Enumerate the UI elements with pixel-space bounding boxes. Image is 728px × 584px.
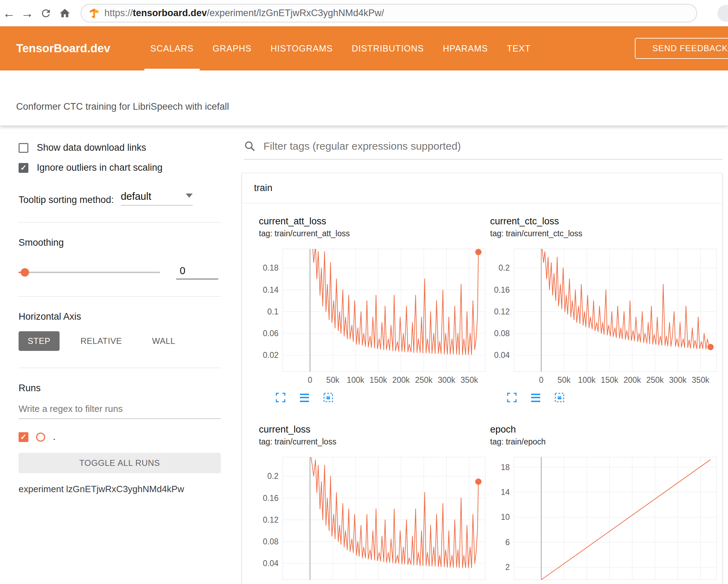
svg-text:0.12: 0.12 (494, 307, 510, 316)
line-chart[interactable]: 0.020.060.10.140.18050k100k150k200k250k3… (259, 246, 490, 386)
divider (19, 222, 221, 223)
slider-thumb[interactable] (21, 268, 29, 277)
smoothing-slider[interactable] (19, 272, 160, 273)
chart-toolbar (275, 392, 490, 403)
brand-title: TensorBoard.dev (16, 26, 110, 70)
tab-histograms[interactable]: HISTOGRAMS (261, 26, 342, 70)
filter-tags-input[interactable] (263, 140, 722, 152)
fit-domain-icon[interactable] (323, 392, 334, 403)
axis-relative-button[interactable]: RELATIVE (71, 331, 131, 351)
tab-hparams[interactable]: HPARAMS (433, 26, 497, 70)
back-icon[interactable]: ← (0, 0, 18, 26)
svg-text:0.06: 0.06 (263, 329, 279, 338)
svg-text:18: 18 (501, 463, 510, 472)
svg-text:150k: 150k (370, 375, 387, 385)
line-chart[interactable]: 26101418050k100k150k200k250k300k350k (490, 454, 721, 584)
svg-text:6: 6 (505, 538, 510, 547)
home-icon[interactable] (59, 7, 71, 19)
axis-wall-button[interactable]: WALL (143, 331, 184, 351)
line-chart[interactable]: 0.040.080.120.160.2050k100k150k200k250k3… (490, 246, 721, 386)
chart-current-att-loss: current_att_loss tag: train/current_att_… (259, 216, 490, 403)
log-scale-icon[interactable] (530, 392, 541, 403)
show-download-row: Show data download links (19, 142, 221, 153)
svg-text:0.12: 0.12 (263, 515, 279, 524)
tooltip-sorting-select[interactable]: default (121, 191, 193, 205)
run-name: . (53, 432, 56, 442)
show-download-checkbox[interactable] (19, 143, 28, 153)
browser-chrome: ← → https://tensorboard.dev/experiment/l… (0, 0, 728, 26)
horizontal-axis-label: Horizontal Axis (19, 311, 221, 322)
tab-scalars[interactable]: SCALARS (141, 26, 203, 70)
chart-epoch: epoch tag: train/epoch 26101418050k100k1… (490, 424, 721, 584)
svg-text:0.04: 0.04 (494, 351, 510, 360)
search-icon (244, 140, 256, 152)
svg-text:200k: 200k (392, 375, 410, 385)
svg-text:200k: 200k (624, 375, 641, 385)
browser-avatar[interactable] (717, 5, 728, 22)
chevron-down-icon (186, 193, 193, 198)
url-text: https://tensorboard.dev/experiment/lzGnE… (104, 8, 384, 19)
chart-tag: tag: train/current_att_loss (259, 229, 490, 238)
tab-text[interactable]: TEXT (497, 26, 540, 70)
tooltip-sorting-value: default (121, 191, 151, 202)
runs-filter-input[interactable] (19, 403, 221, 419)
chart-tag: tag: train/current_ctc_loss (490, 229, 721, 238)
chart-title: current_att_loss (259, 216, 490, 227)
chart-toolbar (506, 392, 721, 403)
line-chart[interactable]: 0.040.080.120.160.2050k100k150k200k250k3… (259, 454, 490, 584)
forward-icon[interactable]: → (18, 0, 36, 26)
experiment-title-bar: Conformer CTC training for LibriSpeech w… (0, 70, 728, 125)
chart-title: current_loss (259, 424, 490, 435)
chart-current-ctc-loss: current_ctc_loss tag: train/current_ctc_… (490, 216, 721, 403)
svg-text:250k: 250k (415, 375, 433, 385)
nav-tabs: SCALARS GRAPHS HISTOGRAMS DISTRIBUTIONS … (141, 26, 540, 70)
run-color-swatch (36, 433, 45, 442)
smoothing-value-input[interactable] (176, 265, 218, 279)
tensorboard-favicon (89, 8, 99, 19)
tooltip-sorting-row: Tooltip sorting method: default (19, 191, 221, 205)
url-path: /experiment/lzGnETjwRxC3yghNMd4kPw/ (207, 8, 384, 18)
show-download-label: Show data download links (37, 142, 146, 153)
ignore-outliers-label: Ignore outliers in chart scaling (37, 162, 163, 173)
svg-text:50k: 50k (326, 375, 339, 385)
expand-chart-icon[interactable] (275, 392, 286, 403)
app-header: TensorBoard.dev SCALARS GRAPHS HISTOGRAM… (0, 26, 728, 70)
svg-text:0.2: 0.2 (499, 263, 510, 272)
run-checkbox[interactable]: ✓ (19, 432, 28, 442)
svg-text:2: 2 (505, 563, 510, 572)
svg-text:0.18: 0.18 (263, 263, 279, 272)
train-group-header[interactable]: train (242, 173, 722, 203)
reload-icon[interactable] (40, 7, 52, 19)
smoothing-label: Smoothing (19, 237, 221, 248)
smoothing-row (19, 265, 221, 279)
svg-text:150k: 150k (601, 375, 618, 385)
svg-text:300k: 300k (669, 375, 687, 385)
toggle-all-runs-button[interactable]: TOGGLE ALL RUNS (19, 453, 221, 473)
run-row: ✓ . (19, 432, 221, 442)
tooltip-sorting-label: Tooltip sorting method: (19, 195, 114, 205)
svg-text:0.2: 0.2 (267, 471, 279, 481)
svg-text:0.1: 0.1 (267, 307, 279, 316)
tab-distributions[interactable]: DISTRIBUTIONS (342, 26, 433, 70)
divider (19, 368, 221, 368)
svg-text:0.16: 0.16 (494, 285, 510, 294)
svg-text:300k: 300k (438, 375, 455, 385)
svg-text:0: 0 (539, 375, 544, 385)
address-bar[interactable]: https://tensorboard.dev/experiment/lzGnE… (81, 4, 697, 22)
svg-text:50k: 50k (557, 375, 571, 385)
chart-tag: tag: train/current_loss (259, 437, 490, 447)
ignore-outliers-checkbox[interactable]: ✓ (19, 163, 28, 173)
chart-title: epoch (490, 424, 721, 435)
tab-graphs[interactable]: GRAPHS (203, 26, 261, 70)
chart-title: current_ctc_loss (490, 216, 721, 227)
svg-text:0.14: 0.14 (263, 285, 279, 294)
fit-domain-icon[interactable] (554, 392, 565, 403)
svg-text:0: 0 (308, 375, 313, 385)
log-scale-icon[interactable] (299, 392, 310, 403)
settings-sidebar: Show data download links ✓ Ignore outlie… (0, 125, 235, 584)
main-content: train current_att_loss tag: train/curren… (235, 125, 728, 584)
expand-chart-icon[interactable] (506, 392, 517, 403)
axis-step-button[interactable]: STEP (19, 331, 60, 351)
experiment-title: Conformer CTC training for LibriSpeech w… (16, 101, 229, 112)
send-feedback-button[interactable]: SEND FEEDBACK (635, 38, 728, 59)
